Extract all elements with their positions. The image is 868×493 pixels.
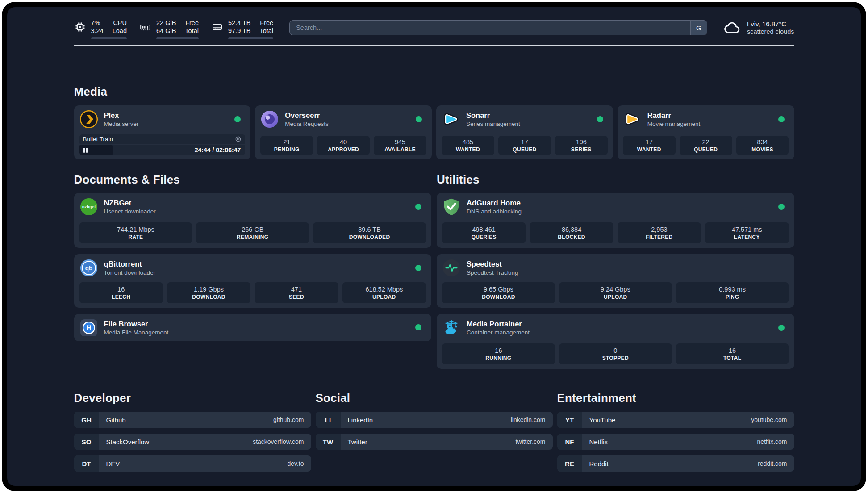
playback-elapsed xyxy=(79,145,113,155)
stat-value: 744.21 Mbps xyxy=(117,226,154,233)
now-playing-widget: Bullet Train xyxy=(79,134,246,155)
stat-tile: 834 MOVIES xyxy=(736,136,789,155)
disk-total: 97.9 TB xyxy=(228,27,251,35)
link-row-github[interactable]: GH Github github.com xyxy=(74,412,311,428)
link-row-netflix[interactable]: NF Netflix netflix.com xyxy=(557,434,794,450)
stat-label: TOTAL xyxy=(723,355,741,361)
qbittorrent-card[interactable]: qb qBittorrent Torrent downloader 16 xyxy=(74,254,432,308)
memory-labels: Free Total xyxy=(185,19,199,35)
developer-section-title: Developer xyxy=(74,391,311,405)
link-abbr: RE xyxy=(557,455,582,472)
stat-label: UPLOAD xyxy=(372,294,396,300)
disk-free: 52.4 TB xyxy=(228,19,251,27)
link-row-linkedin[interactable]: LI LinkedIn linkedin.com xyxy=(316,412,553,428)
filebrowser-card[interactable]: File Browser Media File Management xyxy=(74,314,432,341)
search-input[interactable] xyxy=(290,21,690,35)
app-description: Media Requests xyxy=(285,121,329,127)
nzbget-card[interactable]: nzbget NZBGet Usenet downloader 744. xyxy=(74,193,432,248)
sonarr-card[interactable]: Sonarr Series management 485 WANTED 17 Q… xyxy=(436,105,613,159)
now-playing-title: Bullet Train xyxy=(83,136,113,142)
stat-label: DOWNLOAD xyxy=(482,294,515,300)
status-dot xyxy=(415,324,421,330)
link-name: Twitter xyxy=(341,434,516,450)
stat-tile: 0.993 ms PING xyxy=(676,282,789,303)
app-name: Radarr xyxy=(647,111,701,120)
adguard-shield-icon xyxy=(442,197,461,216)
memory-total: 64 GiB xyxy=(156,27,176,35)
weather-location-temp: Lviv, 16.87°C xyxy=(747,20,794,28)
stat-value: 16 xyxy=(117,286,125,293)
stat-value: 9.65 Gbps xyxy=(484,286,513,293)
stat-label: STOPPED xyxy=(602,355,629,361)
stat-tile: 471 SEED xyxy=(255,282,338,303)
social-links-group: Social LI LinkedIn linkedin.com TW Twitt… xyxy=(316,391,553,450)
memory-progress-bar xyxy=(156,37,199,39)
link-name: DEV xyxy=(99,455,288,472)
portainer-card[interactable]: Media Portainer Container management 16 … xyxy=(437,314,794,369)
link-name: Github xyxy=(99,412,274,428)
disk-drive-icon xyxy=(211,21,223,33)
status-dot xyxy=(415,265,421,271)
stat-label: QUERIES xyxy=(472,234,497,240)
memory-stat: 22 GiB 64 GiB Free Total xyxy=(139,19,199,39)
app-description: Media server xyxy=(104,121,139,127)
link-name: StackOverflow xyxy=(99,434,253,450)
utilities-column: Utilities xyxy=(437,173,794,369)
weather-widget: Lviv, 16.87°C scattered clouds xyxy=(723,19,794,37)
session-icon[interactable] xyxy=(235,136,242,142)
link-row-reddit[interactable]: RE Reddit reddit.com xyxy=(557,455,794,472)
link-domain: stackoverflow.com xyxy=(253,434,311,450)
documents-column: Documents & Files nzbget xyxy=(74,173,432,369)
overseerr-card[interactable]: Overseerr Media Requests 21 PENDING 40 A… xyxy=(255,105,432,159)
pause-icon xyxy=(83,148,88,153)
cloud-icon xyxy=(723,19,741,37)
disk-stat: 52.4 TB 97.9 TB Free Total xyxy=(211,19,273,39)
cpu-stat: 7% 3.24 CPU Load xyxy=(74,19,127,39)
speedtest-card[interactable]: Speedtest Speedtest Tracking 9.65 Gbps D… xyxy=(437,254,794,308)
stat-value: 618.52 Mbps xyxy=(365,286,403,293)
stat-label: MOVIES xyxy=(751,146,773,153)
link-name: Reddit xyxy=(582,455,758,472)
radarr-card[interactable]: Radarr Movie management 17 WANTED 22 QUE… xyxy=(618,105,794,159)
disk-values: 52.4 TB 97.9 TB xyxy=(228,19,251,35)
weather-condition: scattered clouds xyxy=(747,28,794,35)
stat-value: 498,461 xyxy=(472,226,495,233)
stat-value: 1.19 Gbps xyxy=(194,286,224,293)
link-abbr: SO xyxy=(74,434,99,450)
stat-tile: 196 SERIES xyxy=(555,136,608,155)
stat-value: 0 xyxy=(613,347,617,354)
stat-label: RATE xyxy=(128,234,143,240)
app-description: Movie management xyxy=(647,121,701,127)
app-name: AdGuard Home xyxy=(467,199,522,207)
stat-value: 47.571 ms xyxy=(732,226,762,233)
search-bar[interactable]: G xyxy=(289,20,707,35)
stat-label: LEECH xyxy=(112,294,130,300)
app-name: Overseerr xyxy=(285,111,329,120)
link-domain: youtube.com xyxy=(751,412,794,428)
status-dot xyxy=(415,204,421,210)
cpu-values: 7% 3.24 xyxy=(91,19,104,35)
stat-value: 21 xyxy=(283,138,290,146)
stat-tile: 22 QUEUED xyxy=(680,136,732,155)
status-dot xyxy=(597,116,603,122)
stat-label: BLOCKED xyxy=(558,234,585,240)
stat-value: 834 xyxy=(757,138,768,146)
plex-icon xyxy=(79,110,98,129)
utilities-section-title: Utilities xyxy=(437,173,794,187)
link-row-twitter[interactable]: TW Twitter twitter.com xyxy=(316,434,553,450)
stat-value: 86,384 xyxy=(562,226,581,233)
plex-card[interactable]: Plex Media server Bullet Train xyxy=(74,105,251,159)
app-description: Series management xyxy=(466,121,520,127)
app-description: DNS and adblocking xyxy=(467,208,522,215)
link-row-dev[interactable]: DT DEV dev.to xyxy=(74,455,311,472)
app-name: Sonarr xyxy=(466,111,520,120)
adguard-card[interactable]: AdGuard Home DNS and adblocking 498,461 … xyxy=(437,193,794,248)
status-dot xyxy=(778,325,785,331)
search-engine-button[interactable]: G xyxy=(690,21,707,35)
link-row-stackoverflow[interactable]: SO StackOverflow stackoverflow.com xyxy=(74,434,311,450)
stat-tile: 21 PENDING xyxy=(260,136,313,155)
stat-value: 485 xyxy=(463,138,473,146)
stat-value: 22 xyxy=(702,138,709,146)
link-abbr: NF xyxy=(557,434,582,450)
link-row-youtube[interactable]: YT YouTube youtube.com xyxy=(557,412,794,428)
